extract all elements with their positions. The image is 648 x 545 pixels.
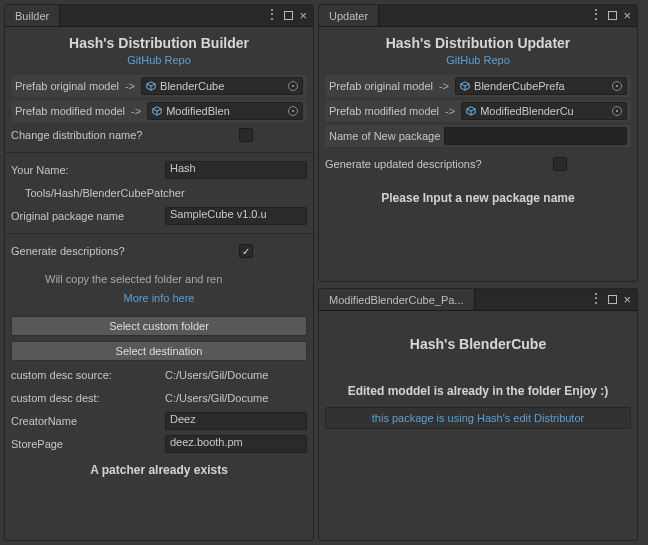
gen-upd-checkbox[interactable] (553, 157, 567, 171)
prefab-icon (460, 81, 470, 91)
close-icon[interactable]: × (623, 293, 631, 306)
store-label: StorePage (11, 438, 161, 450)
creator-row: CreatorName Deez (11, 411, 307, 431)
orig-pkg-row: Original package name SampleCube v1.0.u (11, 206, 307, 226)
prefab-original-field[interactable]: BlenderCubePrefa (455, 77, 627, 95)
inspector-panel: ModifiedBlenderCube_Pa... ⋮ × Hash's Ble… (318, 288, 638, 541)
prefab-original-value: BlenderCubePrefa (474, 80, 565, 92)
prefab-modified-label: Prefab modified model (15, 105, 125, 117)
menu-icon[interactable]: ⋮ (265, 7, 278, 21)
new-pkg-label: Name of New package (329, 130, 440, 142)
updater-prefab-original-row: Prefab original model -> BlenderCubePref… (325, 75, 631, 97)
prefab-original-field[interactable]: BlenderCube (141, 77, 303, 95)
updater-tabbar: Updater ⋮ × (319, 5, 637, 27)
desc-src-label: custom desc source: (11, 369, 161, 381)
your-name-input[interactable]: Hash (165, 161, 307, 179)
gen-desc-checkbox[interactable]: ✓ (239, 244, 253, 258)
arrow-icon: -> (437, 80, 451, 92)
prefab-icon (466, 106, 476, 116)
inspector-credit-link[interactable]: this package is using Hash's edit Distri… (372, 412, 584, 424)
prefab-icon (146, 81, 156, 91)
builder-title: Hash's Distribution Builder (11, 35, 307, 51)
prefab-modified-field[interactable]: ModifiedBlenderCu (461, 102, 627, 120)
maximize-icon[interactable] (608, 295, 617, 304)
gen-desc-label: Generate descriptions? (11, 245, 235, 257)
prefab-modified-value: ModifiedBlen (166, 105, 230, 117)
inspector-credit-box: this package is using Hash's edit Distri… (325, 407, 631, 429)
tools-path: Tools/Hash/BlenderCubePatcher (11, 187, 185, 199)
desc-dst-label: custom desc dest: (11, 392, 161, 404)
new-pkg-row: Name of New package (325, 125, 631, 147)
prefab-original-label: Prefab original model (15, 80, 119, 92)
inspector-title: Hash's BlenderCube (325, 336, 631, 352)
prefab-original-label: Prefab original model (329, 80, 433, 92)
arrow-icon: -> (129, 105, 143, 117)
orig-pkg-input[interactable]: SampleCube v1.0.u (165, 207, 307, 225)
tab-inspector[interactable]: ModifiedBlenderCube_Pa... (319, 289, 475, 310)
your-name-label: Your Name: (11, 164, 161, 176)
change-name-row: Change distribution name? (11, 125, 307, 145)
desc-src-row: custom desc source: C:/Users/Gil/Docume (11, 365, 307, 385)
tab-builder[interactable]: Builder (5, 5, 60, 26)
builder-tabbar: Builder ⋮ × (5, 5, 313, 27)
gen-upd-label: Generate updated descriptions? (325, 158, 549, 170)
prefab-modified-field[interactable]: ModifiedBlen (147, 102, 303, 120)
desc-dst-row: custom desc dest: C:/Users/Gil/Docume (11, 388, 307, 408)
updater-footer: Please Input a new package name (325, 191, 631, 205)
select-folder-button[interactable]: Select custom folder (11, 316, 307, 336)
prefab-icon (152, 106, 162, 116)
new-pkg-input[interactable] (444, 127, 627, 145)
object-picker-icon[interactable] (288, 106, 298, 116)
maximize-icon[interactable] (608, 11, 617, 20)
builder-prefab-original-row: Prefab original model -> BlenderCube (11, 75, 307, 97)
builder-github-link[interactable]: GitHub Repo (11, 54, 307, 66)
builder-panel: Builder ⋮ × Hash's Distribution Builder … (4, 4, 314, 541)
updater-github-link[interactable]: GitHub Repo (325, 54, 631, 66)
tools-path-row: Tools/Hash/BlenderCubePatcher (11, 183, 307, 203)
arrow-icon: -> (123, 80, 137, 92)
gen-upd-row: Generate updated descriptions? (325, 154, 631, 174)
builder-footer: A patcher already exists (11, 463, 307, 477)
arrow-icon: -> (443, 105, 457, 117)
gen-desc-row: Generate descriptions? ✓ (11, 241, 307, 261)
creator-label: CreatorName (11, 415, 161, 427)
prefab-modified-value: ModifiedBlenderCu (480, 105, 574, 117)
orig-pkg-label: Original package name (11, 210, 161, 222)
inspector-tabbar: ModifiedBlenderCube_Pa... ⋮ × (319, 289, 637, 311)
store-row: StorePage deez.booth.pm (11, 434, 307, 454)
desc-dst-value: C:/Users/Gil/Docume (165, 392, 307, 404)
close-icon[interactable]: × (623, 9, 631, 22)
maximize-icon[interactable] (284, 11, 293, 20)
prefab-modified-label: Prefab modified model (329, 105, 439, 117)
updater-title: Hash's Distribution Updater (325, 35, 631, 51)
prefab-original-value: BlenderCube (160, 80, 224, 92)
change-name-label: Change distribution name? (11, 129, 235, 141)
object-picker-icon[interactable] (612, 106, 622, 116)
close-icon[interactable]: × (299, 9, 307, 22)
tab-updater[interactable]: Updater (319, 5, 379, 26)
object-picker-icon[interactable] (288, 81, 298, 91)
updater-panel: Updater ⋮ × Hash's Distribution Updater … (318, 4, 638, 282)
builder-prefab-modified-row: Prefab modified model -> ModifiedBlen (11, 100, 307, 122)
creator-input[interactable]: Deez (165, 412, 307, 430)
copy-note: Will copy the selected folder and ren (11, 273, 307, 285)
select-destination-button[interactable]: Select destination (11, 341, 307, 361)
object-picker-icon[interactable] (612, 81, 622, 91)
menu-icon[interactable]: ⋮ (589, 7, 602, 21)
more-info-link[interactable]: More info here (11, 292, 307, 304)
store-input[interactable]: deez.booth.pm (165, 435, 307, 453)
menu-icon[interactable]: ⋮ (589, 291, 602, 305)
desc-src-value: C:/Users/Gil/Docume (165, 369, 307, 381)
inspector-status: Edited moddel is already in the folder E… (325, 384, 631, 398)
your-name-row: Your Name: Hash (11, 160, 307, 180)
change-name-checkbox[interactable] (239, 128, 253, 142)
updater-prefab-modified-row: Prefab modified model -> ModifiedBlender… (325, 100, 631, 122)
